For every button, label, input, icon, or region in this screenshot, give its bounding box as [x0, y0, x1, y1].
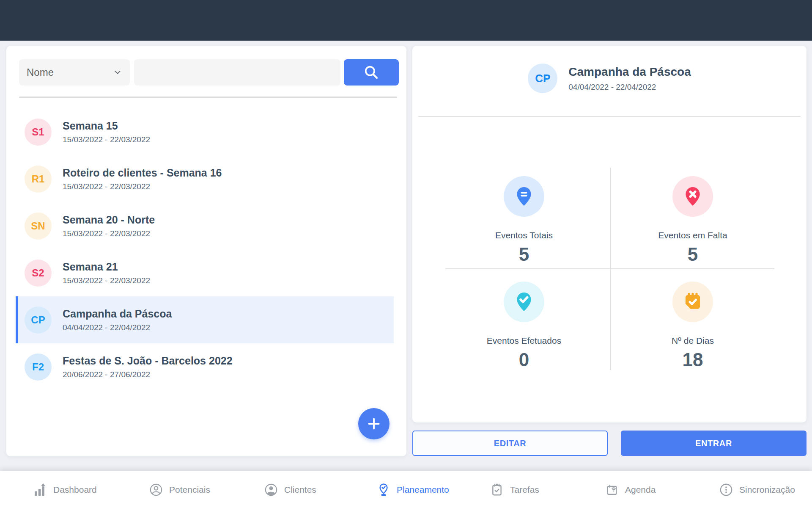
- item-avatar: S2: [25, 260, 52, 287]
- planning-list-item[interactable]: F2 Festas de S. João - Barcelos 2022 20/…: [16, 343, 394, 390]
- stat-value: 18: [683, 349, 703, 370]
- bottom-navigation: Dashboard Potenciais Clientes: [0, 471, 812, 508]
- planning-list-item[interactable]: SN Semana 20 - Norte 15/03/2022 - 22/03/…: [16, 202, 394, 249]
- item-dates: 15/03/2022 - 22/03/2022: [63, 182, 222, 191]
- search-input[interactable]: [134, 59, 340, 86]
- item-dates: 20/06/2022 - 27/06/2022: [63, 370, 233, 379]
- stats-horizontal-divider: [445, 268, 774, 269]
- map-pin-check-icon: [376, 483, 391, 497]
- search-list-divider: [19, 97, 397, 98]
- planning-list-item[interactable]: S2 Semana 21 15/03/2022 - 22/03/2022: [16, 249, 394, 296]
- calendar-wifi-icon: [605, 483, 619, 497]
- planning-list-panel: Nome S1 Semana 15 15/03/2022 - 22/03/202…: [6, 46, 406, 456]
- planning-list-item[interactable]: R1 Roteiro de clientes - Semana 16 15/03…: [16, 155, 394, 202]
- planning-list-item[interactable]: CP Campanha da Páscoa 04/04/2022 - 22/04…: [16, 296, 394, 343]
- add-planning-button[interactable]: [358, 408, 390, 439]
- search-filter-label: Nome: [27, 66, 54, 78]
- pin-check-icon: [504, 282, 544, 322]
- item-avatar: R1: [25, 166, 52, 193]
- person-outline-icon: [149, 483, 163, 497]
- edit-button[interactable]: EDITAR: [412, 431, 608, 456]
- item-avatar: SN: [25, 213, 52, 240]
- item-name: Campanha da Páscoa: [63, 308, 172, 320]
- item-name: Festas de S. João - Barcelos 2022: [63, 355, 233, 367]
- nav-item-planeamento[interactable]: Planeamento: [376, 471, 449, 508]
- calendar-check-icon: [672, 282, 713, 322]
- search-filter-select[interactable]: Nome: [19, 59, 130, 86]
- item-name: Roteiro de clientes - Semana 16: [63, 167, 222, 179]
- stat-num-dias: Nº de Dias 18: [612, 282, 773, 370]
- detail-dates: 04/04/2022 - 22/04/2022: [568, 83, 691, 92]
- item-avatar: S1: [25, 119, 52, 146]
- search-button[interactable]: [344, 59, 399, 86]
- nav-label: Planeamento: [397, 485, 449, 495]
- item-name: Semana 15: [63, 120, 150, 132]
- stat-label: Eventos Totais: [495, 230, 553, 240]
- detail-header-divider: [418, 116, 801, 117]
- enter-button[interactable]: ENTRAR: [621, 431, 807, 456]
- nav-item-sincronizacao[interactable]: Sincronização: [719, 471, 795, 508]
- nav-label: Dashboard: [53, 485, 97, 495]
- planning-list: S1 Semana 15 15/03/2022 - 22/03/2022 R1 …: [6, 108, 406, 390]
- person-filled-icon: [264, 483, 278, 497]
- planning-detail-panel: CP Campanha da Páscoa 04/04/2022 - 22/04…: [412, 46, 807, 422]
- chevron-down-icon: [113, 68, 122, 77]
- item-avatar: F2: [25, 353, 52, 381]
- detail-avatar: CP: [528, 64, 557, 93]
- detail-title: Campanha da Páscoa: [568, 65, 691, 79]
- nav-label: Potenciais: [169, 485, 210, 495]
- stat-label: Eventos em Falta: [658, 230, 727, 240]
- planning-list-item[interactable]: S1 Semana 15 15/03/2022 - 22/03/2022: [16, 108, 394, 155]
- item-name: Semana 21: [63, 261, 150, 273]
- pin-x-icon: [672, 176, 713, 217]
- item-dates: 15/03/2022 - 22/03/2022: [63, 276, 150, 285]
- stat-eventos-efetuados: Eventos Efetuados 0: [444, 282, 604, 370]
- item-name: Semana 20 - Norte: [63, 214, 155, 226]
- stat-label: Eventos Efetuados: [487, 336, 561, 346]
- pin-list-icon: [504, 176, 544, 217]
- nav-item-agenda[interactable]: Agenda: [605, 471, 656, 508]
- nav-label: Clientes: [284, 485, 316, 495]
- nav-label: Agenda: [625, 485, 656, 495]
- stat-eventos-em-falta: Eventos em Falta 5: [612, 176, 773, 265]
- item-dates: 04/04/2022 - 22/04/2022: [63, 323, 172, 332]
- nav-item-tarefas[interactable]: Tarefas: [490, 471, 539, 508]
- clipboard-check-icon: [490, 483, 504, 497]
- stat-value: 5: [688, 244, 698, 265]
- nav-item-potenciais[interactable]: Potenciais: [149, 471, 210, 508]
- item-dates: 15/03/2022 - 22/03/2022: [63, 229, 155, 238]
- item-avatar: CP: [25, 306, 52, 334]
- nav-item-dashboard[interactable]: Dashboard: [33, 471, 97, 508]
- search-icon: [362, 64, 380, 81]
- stat-eventos-totais: Eventos Totais 5: [444, 176, 604, 265]
- nav-label: Sincronização: [739, 485, 795, 495]
- stat-value: 0: [519, 349, 529, 370]
- stat-value: 5: [519, 244, 529, 265]
- stat-label: Nº de Dias: [672, 336, 714, 346]
- nav-label: Tarefas: [510, 485, 539, 495]
- plus-icon: [366, 416, 382, 432]
- sync-dots-icon: [719, 483, 733, 497]
- nav-item-clientes[interactable]: Clientes: [264, 471, 316, 508]
- detail-header: CP Campanha da Páscoa 04/04/2022 - 22/04…: [412, 64, 807, 93]
- bar-chart-icon: [33, 483, 47, 497]
- item-dates: 15/03/2022 - 22/03/2022: [63, 135, 150, 144]
- top-app-bar: [0, 0, 812, 41]
